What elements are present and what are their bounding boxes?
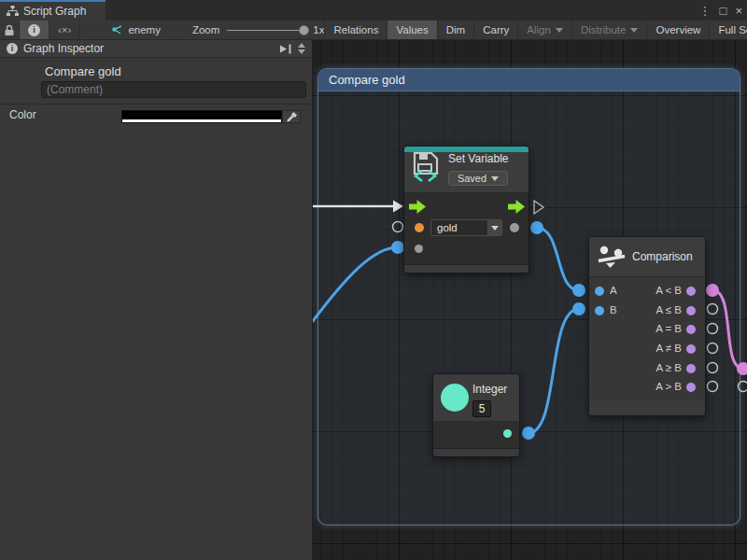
graph-breadcrumb[interactable]: enemy <box>105 21 166 39</box>
flow-out-port-icon[interactable] <box>508 200 525 214</box>
overview-button[interactable]: Overview <box>647 21 710 39</box>
unity-script-graph-window: Script Graph ⋮ □ × i ‹×› enemy <box>0 0 747 560</box>
eyedropper-button[interactable] <box>282 110 301 123</box>
flow-in-port-icon[interactable] <box>409 200 426 214</box>
graph-inspector-header: i Graph Inspector <box>0 40 312 58</box>
variable-kind-dropdown[interactable]: Saved <box>448 171 508 186</box>
output-a-lt-b-port[interactable] <box>686 287 696 296</box>
integer-output-port[interactable] <box>503 429 512 438</box>
input-b-label: B <box>610 304 617 315</box>
port-connected[interactable] <box>706 284 719 297</box>
overview-label: Overview <box>655 24 700 35</box>
variable-name-port[interactable] <box>415 223 424 232</box>
port-connected[interactable] <box>522 427 535 440</box>
graph-inspector-panel: i Graph Inspector Compare gold Color <box>0 40 313 560</box>
output-a-neq-b-port[interactable] <box>686 344 696 354</box>
breadcrumb-label: enemy <box>128 24 161 35</box>
info-icon: i <box>7 43 18 54</box>
graph-node-icon <box>110 24 123 35</box>
chevron-down-icon <box>630 28 638 33</box>
zoom-slider-handle[interactable] <box>299 25 309 35</box>
color-label: Color <box>9 108 36 121</box>
color-swatch[interactable] <box>121 110 282 123</box>
fullscreen-button[interactable]: Full Screen <box>710 21 747 39</box>
tab-title: Script Graph <box>23 5 86 18</box>
code-icon: ‹×› <box>58 24 71 35</box>
inspector-toggle-button[interactable]: i <box>20 21 49 39</box>
variable-name-dropdown[interactable]: gold <box>430 219 502 236</box>
align-dropdown[interactable]: Align <box>518 21 572 39</box>
node-title: Integer <box>472 383 507 396</box>
dock-icon[interactable] <box>278 44 292 54</box>
graph-toolbar: i ‹×› enemy Zoom 1x Relations Values D <box>0 21 747 40</box>
port-connected[interactable] <box>572 302 585 315</box>
port-row: A ≥ B <box>589 359 705 378</box>
close-icon[interactable]: × <box>735 4 742 18</box>
output-a-eq-b-port[interactable] <box>686 325 696 334</box>
node-title: Comparison <box>632 250 693 263</box>
distribute-label: Distribute <box>581 24 627 35</box>
node-set-variable[interactable]: Set Variable Saved gold <box>403 146 529 273</box>
value-wire <box>529 309 579 433</box>
integer-value-input[interactable]: 5 <box>472 400 491 417</box>
port-connected[interactable] <box>737 362 747 375</box>
port-unconnected[interactable] <box>708 304 718 315</box>
distribute-dropdown[interactable]: Distribute <box>572 21 648 39</box>
tab-script-graph[interactable]: Script Graph <box>0 0 106 21</box>
comment-input[interactable] <box>41 81 306 98</box>
inspected-graph-title: Compare gold <box>45 64 121 78</box>
maximize-icon[interactable]: □ <box>720 4 727 18</box>
node-header[interactable]: Comparison <box>589 237 705 277</box>
output-a-lte-b-port[interactable] <box>686 306 696 315</box>
variable-name-value: gold <box>430 219 487 236</box>
toggle-values[interactable]: Values <box>388 21 437 39</box>
output-a-gt-b-port[interactable] <box>686 383 696 392</box>
port-connected[interactable] <box>530 221 543 234</box>
toggle-carry-label: Carry <box>483 24 509 35</box>
node-comparison[interactable]: Comparison A A < B B A ≤ B A = B A ≠ B <box>588 236 706 416</box>
toggle-values-label: Values <box>396 24 428 35</box>
port-row: A = B <box>589 320 705 339</box>
toggle-relations[interactable]: Relations <box>324 21 388 39</box>
menu-icon[interactable]: ⋮ <box>699 4 712 18</box>
flow-port-unconnected[interactable] <box>534 201 543 214</box>
port-unconnected[interactable] <box>739 382 747 392</box>
node-body <box>433 421 519 447</box>
node-header[interactable]: Set Variable Saved <box>404 152 529 192</box>
toggle-dim[interactable]: Dim <box>438 21 474 39</box>
graph-icon <box>7 6 19 17</box>
port-unconnected[interactable] <box>708 382 718 392</box>
output-label: A ≤ B <box>656 304 682 315</box>
lock-button[interactable] <box>0 21 20 39</box>
tab-bar: Script Graph ⋮ □ × <box>0 0 747 21</box>
output-value-port[interactable] <box>510 223 519 232</box>
graph-canvas[interactable]: Compare gold <box>313 40 747 560</box>
node-header[interactable]: Integer 5 <box>433 374 519 421</box>
port-unconnected[interactable] <box>708 363 718 373</box>
port-unconnected[interactable] <box>708 343 718 354</box>
save-variable-icon <box>411 150 443 182</box>
port-unconnected[interactable] <box>708 324 718 334</box>
node-footer <box>589 400 705 415</box>
value-inspection-button[interactable]: ‹×› <box>49 21 80 39</box>
port-connected[interactable] <box>391 241 404 254</box>
output-label: A < B <box>655 285 682 296</box>
node-title: Set Variable <box>448 152 508 165</box>
output-label: A ≥ B <box>656 362 682 373</box>
node-integer-literal[interactable]: Integer 5 <box>432 373 520 457</box>
input-b-port[interactable] <box>595 306 604 315</box>
toggle-carry[interactable]: Carry <box>474 21 518 39</box>
input-a-port[interactable] <box>595 287 604 296</box>
info-icon: i <box>28 24 40 36</box>
zoom-slider[interactable] <box>227 30 305 31</box>
fallback-value-port[interactable] <box>415 245 423 253</box>
port-connected[interactable] <box>572 284 585 297</box>
divider <box>0 104 312 105</box>
dropdown-arrow-button[interactable] <box>487 219 502 236</box>
node-body: gold <box>404 192 529 263</box>
panel-scrubber[interactable] <box>298 43 305 54</box>
value-wire <box>537 228 579 290</box>
port-unconnected[interactable] <box>393 222 403 232</box>
output-label: A ≠ B <box>656 343 682 354</box>
output-a-gte-b-port[interactable] <box>686 364 696 373</box>
